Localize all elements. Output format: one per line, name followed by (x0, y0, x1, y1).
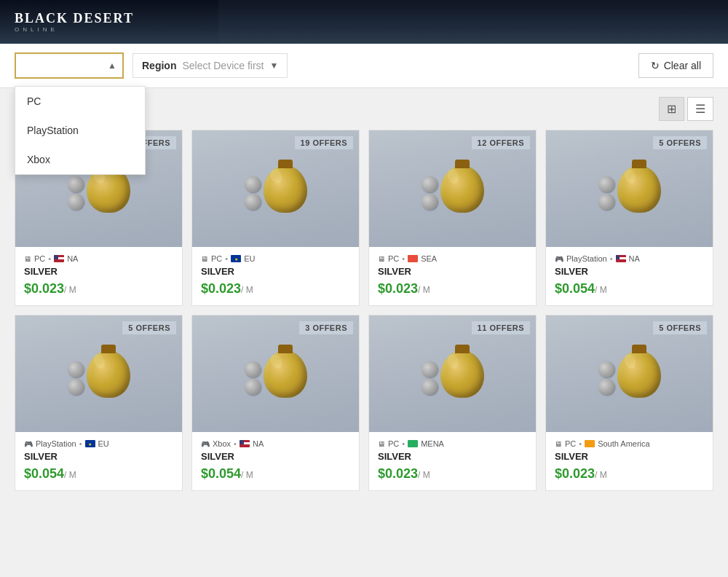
flag-eu-icon (85, 440, 95, 447)
card-image: 11 OFFERS (369, 315, 536, 432)
logo-subtitle: Online (15, 26, 134, 33)
coin (68, 379, 84, 395)
card-image: 5 OFFERS (546, 130, 713, 247)
coins (68, 176, 84, 210)
flag-icon (585, 440, 595, 447)
card-image: 19 OFFERS (192, 130, 359, 247)
coin (422, 194, 438, 210)
card-platform: 🖥 PC • MENA (378, 439, 527, 448)
flag-us-icon (616, 255, 626, 262)
card-image: 12 OFFERS (369, 130, 536, 247)
coin (422, 176, 438, 192)
price-unit: / M (64, 470, 76, 480)
coin (245, 176, 261, 192)
platform-icon: 🖥 (378, 255, 385, 263)
bag-main (440, 165, 484, 213)
card-name: SILVER (555, 266, 704, 277)
price-unit: / M (64, 285, 76, 295)
product-card[interactable]: 12 OFFERS 🖥 PC • SEA SILVER $0.023/ M (368, 130, 537, 306)
coins (422, 176, 438, 210)
clear-all-label: Clear all (664, 60, 701, 71)
dropdown-item-xbox[interactable]: Xbox (15, 145, 145, 174)
card-name: SILVER (24, 451, 173, 462)
bag-icon (422, 350, 484, 398)
platform-icon: 🎮 (555, 255, 563, 263)
platform-name: PC (388, 254, 399, 263)
coin (598, 361, 614, 377)
card-price: $0.054/ M (24, 466, 173, 482)
coin (68, 194, 84, 210)
platform-icon: 🖥 (24, 255, 31, 263)
region-name: EU (244, 254, 255, 263)
card-info: 🖥 PC • EU SILVER $0.023/ M (192, 247, 359, 305)
separator: • (402, 439, 405, 448)
dropdown-item-playstation[interactable]: PlayStation (15, 116, 145, 145)
price-unit: / M (241, 285, 253, 295)
grid-view-button[interactable]: ⊞ (659, 97, 684, 121)
coin (598, 379, 614, 395)
region-filter[interactable]: Region Select Device first ▼ (132, 53, 288, 78)
separator: • (579, 439, 582, 448)
product-card[interactable]: 5 OFFERS 🎮 PlayStation • NA SILVER $0.05… (545, 130, 713, 306)
region-name: South America (598, 439, 650, 448)
dropdown-item-pc[interactable]: PC (15, 87, 145, 116)
flag-icon (408, 255, 418, 262)
device-select[interactable]: PC PlayStation Xbox (15, 52, 124, 79)
card-platform: 🖥 PC • SEA (378, 254, 527, 263)
region-name: NA (67, 254, 78, 263)
card-info: 🖥 PC • SEA SILVER $0.023/ M (369, 247, 536, 305)
filter-bar: PC PlayStation Xbox ▲ Region Select Devi… (0, 44, 728, 88)
card-price: $0.023/ M (378, 281, 527, 297)
logo: Black Desert Online (15, 11, 134, 33)
card-info: 🎮 PlayStation • NA SILVER $0.054/ M (546, 247, 713, 305)
platform-name: PC (34, 254, 45, 263)
region-dropdown-arrow-icon: ▼ (270, 60, 279, 71)
card-image: 3 OFFERS (192, 315, 359, 432)
flag-us-icon (240, 440, 250, 447)
product-card[interactable]: 11 OFFERS 🖥 PC • MENA SILVER $0.023/ M (368, 315, 537, 491)
offers-badge: 5 OFFERS (653, 136, 707, 149)
bag-icon (598, 165, 661, 213)
platform-icon: 🎮 (201, 440, 210, 448)
card-name: SILVER (201, 451, 350, 462)
card-price: $0.054/ M (555, 281, 704, 297)
card-price: $0.023/ M (201, 281, 350, 297)
card-name: SILVER (201, 266, 350, 277)
card-info: 🖥 PC • MENA SILVER $0.023/ M (369, 432, 536, 490)
card-price: $0.023/ M (24, 281, 173, 297)
card-platform: 🎮 Xbox • NA (201, 439, 350, 448)
region-name: NA (629, 254, 640, 263)
region-value: Select Device first (182, 60, 264, 71)
coin (598, 194, 614, 210)
bag-main (264, 350, 307, 398)
product-card[interactable]: 5 OFFERS 🎮 PlayStation • EU SILVER $0.05… (15, 315, 183, 491)
bag-icon (68, 350, 130, 398)
clear-all-button[interactable]: ↻ Clear all (638, 53, 713, 78)
coins (245, 361, 261, 395)
product-card[interactable]: 3 OFFERS 🎮 Xbox • NA SILVER $0.054/ M (191, 315, 360, 491)
region-name: NA (253, 439, 264, 448)
coin (422, 379, 438, 395)
coins (598, 176, 614, 210)
region-name: SEA (421, 254, 437, 263)
offers-badge: 3 OFFERS (299, 321, 353, 334)
coin (245, 379, 261, 395)
offers-badge: 11 OFFERS (472, 321, 530, 334)
card-platform: 🖥 PC • NA (24, 254, 173, 263)
card-platform: 🖥 PC • South America (555, 439, 704, 448)
product-card[interactable]: 5 OFFERS 🖥 PC • South America SILVER $0.… (545, 315, 713, 491)
list-view-button[interactable]: ☰ (687, 97, 713, 121)
card-price: $0.023/ M (555, 466, 704, 482)
region-label: Region (142, 60, 176, 71)
separator: • (48, 254, 51, 263)
product-card[interactable]: 19 OFFERS 🖥 PC • EU SILVER $0.023/ M (191, 130, 360, 306)
coin (245, 361, 261, 377)
platform-icon: 🖥 (201, 255, 208, 263)
separator: • (402, 254, 405, 263)
card-platform: 🖥 PC • EU (201, 254, 350, 263)
card-image: 5 OFFERS (546, 315, 713, 432)
coins (245, 176, 261, 210)
card-platform: 🎮 PlayStation • EU (24, 439, 173, 448)
offers-badge: 19 OFFERS (295, 136, 353, 149)
card-price: $0.023/ M (378, 466, 527, 482)
